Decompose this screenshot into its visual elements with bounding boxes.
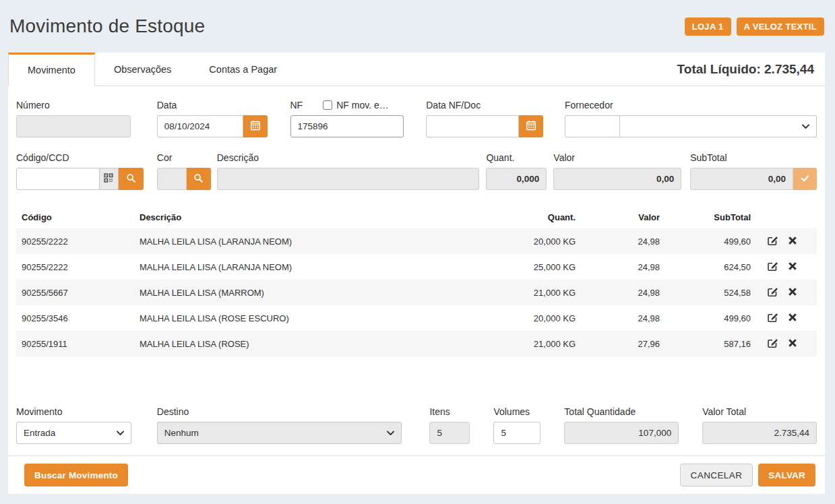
table-row: 90255/2222 MALHA LEILA LISA (LARANJA NEO…	[16, 228, 817, 254]
edit-row-button[interactable]	[764, 337, 782, 350]
data-nf-calendar-button[interactable]	[519, 115, 543, 137]
total-quantidade-label: Total Quantidade	[564, 406, 679, 417]
cell-descricao: MALHA LEILA LISA (ROSE ESCURO)	[134, 305, 470, 331]
valor-input	[553, 168, 681, 190]
edit-icon	[767, 315, 778, 325]
summary-row: Movimento Entrada Destino Nenhum	[16, 406, 817, 444]
destino-select-value: Nenhum	[164, 428, 199, 438]
subtotal-label: SubTotal	[690, 152, 817, 163]
codigo-ccd-input[interactable]	[16, 168, 100, 190]
cell-subtotal: 499,60	[665, 228, 756, 254]
delete-x-icon	[788, 288, 797, 298]
cell-quant: 21,000 KG	[470, 331, 581, 356]
movimento-select[interactable]: Entrada	[16, 422, 131, 444]
numero-label: Número	[16, 100, 131, 111]
salvar-button[interactable]: SALVAR	[758, 464, 815, 486]
descricao-label: Descrição	[217, 152, 480, 163]
quant-label: Quant.	[486, 152, 547, 163]
cell-valor: 24,98	[581, 280, 665, 305]
edit-row-button[interactable]	[764, 234, 782, 248]
tab-movimento[interactable]: Movimento	[8, 53, 95, 86]
movimento-select-value: Entrada	[24, 428, 55, 438]
volumes-input[interactable]	[493, 422, 540, 444]
cell-codigo: 90255/2222	[16, 228, 134, 254]
table-row: 90255/2222 MALHA LEILA LISA (LARANJA NEO…	[16, 254, 817, 280]
delete-x-icon	[788, 340, 797, 350]
total-quantidade-input	[564, 422, 679, 444]
cell-codigo: 90255/2222	[16, 254, 134, 280]
nf-mov-checkbox[interactable]	[323, 100, 332, 110]
page-title: Movimento de Estoque	[9, 15, 205, 37]
volumes-label: Volumes	[493, 406, 540, 417]
cell-subtotal: 587,16	[665, 331, 756, 356]
data-calendar-button[interactable]	[243, 115, 268, 137]
calendar-icon	[250, 120, 261, 133]
fornecedor-label: Fornecedor	[565, 100, 817, 111]
fornecedor-code-input[interactable]	[565, 115, 620, 137]
movimento-card: Movimento Observações Contas a Pagar Tot…	[8, 53, 825, 494]
col-quant: Quant.	[470, 206, 581, 228]
cor-input	[157, 168, 187, 190]
delete-row-button[interactable]	[784, 236, 801, 247]
calendar-icon	[526, 120, 536, 133]
edit-row-button[interactable]	[764, 286, 782, 299]
store-badge-loja[interactable]: LOJA 1	[685, 18, 731, 36]
nf-label: NF	[290, 100, 303, 111]
tabstrip: Movimento Observações Contas a Pagar Tot…	[8, 53, 825, 86]
cell-valor: 24,98	[581, 228, 665, 254]
chevron-down-icon	[387, 428, 394, 438]
tab-observacoes[interactable]: Observações	[95, 53, 190, 86]
col-codigo: Código	[16, 206, 134, 228]
edit-icon	[767, 263, 778, 274]
chevron-down-icon	[802, 121, 809, 131]
data-input[interactable]	[157, 115, 243, 137]
movimento-label: Movimento	[16, 406, 131, 417]
cor-search-button[interactable]	[187, 168, 211, 190]
edit-row-button[interactable]	[764, 311, 782, 325]
delete-row-button[interactable]	[784, 313, 801, 324]
delete-row-button[interactable]	[784, 338, 801, 350]
items-table-header-row: Código Descrição Quant. Valor SubTotal	[16, 206, 817, 228]
cell-quant: 20,000 KG	[470, 228, 581, 254]
cell-subtotal: 524,58	[665, 280, 756, 305]
search-icon	[126, 173, 136, 185]
form-row-1: Número Data NF	[16, 100, 817, 137]
confirm-item-button[interactable]	[793, 168, 817, 190]
cell-valor: 24,98	[581, 305, 665, 331]
destino-select[interactable]: Nenhum	[157, 422, 402, 444]
qr-code-icon	[104, 173, 113, 185]
valor-label: Valor	[553, 152, 681, 163]
table-row: 90255/1911 MALHA LEILA LISA (ROSE) 21,00…	[16, 331, 817, 356]
cell-descricao: MALHA LEILA LISA (LARANJA NEOM)	[134, 254, 470, 280]
cell-valor: 24,98	[581, 254, 665, 280]
barcode-button[interactable]	[100, 168, 119, 190]
cell-valor: 27,96	[581, 331, 665, 356]
edit-icon	[767, 340, 778, 350]
cell-quant: 20,000 KG	[470, 305, 581, 331]
data-label: Data	[157, 100, 268, 111]
tab-contas-a-pagar[interactable]: Contas a Pagar	[190, 53, 296, 86]
nf-input[interactable]	[290, 115, 404, 137]
subtotal-input	[690, 168, 793, 190]
itens-label: Itens	[429, 406, 470, 417]
store-badge-company[interactable]: A VELOZ TEXTIL	[737, 18, 824, 36]
table-row: 90255/3546 MALHA LEILA LISA (ROSE ESCURO…	[16, 305, 817, 331]
delete-row-button[interactable]	[784, 261, 801, 273]
numero-input	[16, 115, 131, 137]
edit-icon	[767, 238, 778, 248]
fornecedor-select[interactable]	[620, 115, 817, 137]
descricao-input	[217, 168, 480, 190]
delete-x-icon	[788, 237, 797, 247]
buscar-movimento-button[interactable]: Buscar Movimento	[24, 464, 128, 486]
cell-descricao: MALHA LEILA LISA (ROSE)	[134, 331, 470, 356]
cell-codigo: 90255/1911	[16, 331, 134, 356]
data-nf-doc-input[interactable]	[426, 115, 519, 137]
codigo-search-button[interactable]	[119, 168, 144, 190]
total-liquido: Total Líquido: 2.735,44	[677, 53, 814, 86]
card-footer: Buscar Movimento CANCELAR SALVAR	[8, 455, 825, 494]
edit-row-button[interactable]	[764, 260, 782, 274]
delete-row-button[interactable]	[784, 287, 801, 298]
col-descricao: Descrição	[134, 206, 470, 228]
items-table: Código Descrição Quant. Valor SubTotal 9…	[16, 206, 817, 356]
cancelar-button[interactable]: CANCELAR	[680, 464, 753, 486]
